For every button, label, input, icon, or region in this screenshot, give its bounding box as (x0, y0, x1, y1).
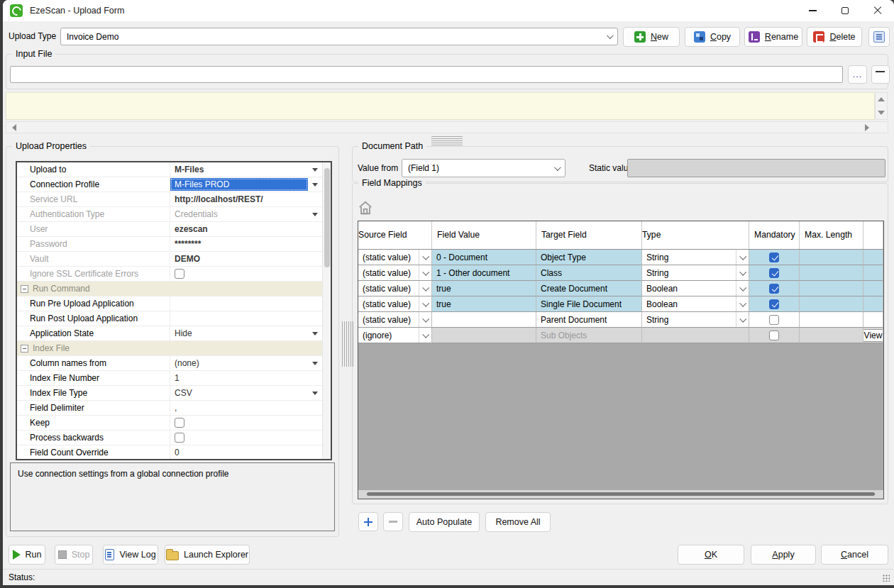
property-row[interactable]: Column names from(none) (17, 356, 322, 371)
view-log-button[interactable]: View Log (103, 545, 158, 565)
checkbox-unchecked-icon[interactable] (175, 269, 184, 279)
dropdown-arrow-icon[interactable] (308, 326, 322, 340)
auto-populate-button[interactable]: Auto Populate (409, 512, 480, 532)
column-header[interactable]: Target Field (536, 221, 642, 249)
close-button[interactable] (861, 0, 894, 21)
property-row[interactable]: Process backwards (17, 431, 322, 445)
field-value-cell[interactable]: 0 - Document (436, 253, 487, 262)
maximize-button[interactable] (829, 0, 861, 21)
property-row[interactable]: Upload toM-Files (17, 162, 322, 177)
property-row[interactable]: Connection ProfileM-Files PROD (17, 177, 322, 192)
property-value[interactable] (170, 267, 322, 281)
scrollbar-thumb[interactable] (367, 492, 875, 496)
cancel-button[interactable]: Cancel (821, 545, 888, 565)
property-value[interactable]: ezescan (170, 222, 322, 236)
value-from-select[interactable]: (Field 1) (402, 159, 565, 177)
dropdown-arrow-icon[interactable] (308, 356, 322, 370)
property-value[interactable] (170, 416, 322, 430)
source-field-select[interactable]: (static value) (358, 296, 431, 311)
launch-explorer-button[interactable]: Launch Explorer (165, 545, 250, 565)
mapping-row[interactable]: (static value)trueCreate DocumentBoolean (358, 281, 883, 296)
property-row[interactable]: Field Count Override0 (17, 445, 322, 460)
notes-button[interactable] (868, 27, 890, 47)
property-value[interactable]: M-Files (170, 162, 308, 177)
checkbox-unchecked-icon[interactable] (175, 418, 184, 428)
checkbox-unchecked-icon[interactable] (175, 433, 184, 443)
view-button[interactable]: View (863, 329, 883, 342)
property-value[interactable]: Hide (170, 326, 308, 340)
remove-all-button[interactable]: Remove All (485, 512, 551, 532)
dropdown-arrow-icon[interactable] (308, 207, 322, 221)
scrollbar-thumb[interactable] (324, 168, 330, 267)
property-value[interactable]: DEMO (170, 252, 322, 266)
mapping-row[interactable]: (static value)0 - DocumentObject TypeStr… (358, 250, 883, 265)
mandatory-checkbox-unchecked[interactable] (769, 331, 779, 340)
property-value[interactable]: 1 (170, 371, 322, 385)
upload-type-select[interactable]: Invoice Demo (60, 28, 618, 45)
mapping-row[interactable]: (static value)Parent DocumentString (358, 312, 883, 328)
browse-button[interactable]: ... (848, 65, 867, 84)
property-value[interactable]: (none) (170, 356, 308, 370)
property-row[interactable]: Keep (17, 416, 322, 431)
type-select[interactable]: String (642, 250, 749, 265)
filter-button[interactable] (871, 65, 890, 84)
property-row[interactable]: Index File Number1 (17, 371, 322, 386)
property-row[interactable]: Ignore SSL Certificate Errors (17, 267, 322, 282)
column-header[interactable]: Type (642, 221, 749, 249)
horizontal-splitter[interactable] (431, 136, 463, 145)
property-value[interactable]: 0 (170, 445, 322, 460)
property-value[interactable] (170, 311, 322, 326)
mandatory-checkbox-checked[interactable] (769, 253, 779, 262)
property-value[interactable] (170, 296, 322, 311)
field-value-cell[interactable]: true (436, 299, 451, 309)
column-header[interactable]: Field Value (432, 221, 536, 249)
source-field-select[interactable]: (static value) (358, 312, 431, 327)
property-value[interactable]: CSV (170, 386, 308, 400)
property-row[interactable]: Index File TypeCSV (17, 386, 322, 401)
rename-button[interactable]: Rename (744, 27, 802, 47)
source-field-select[interactable]: (static value) (358, 250, 431, 265)
property-row[interactable]: Run Pre Upload Application (17, 296, 322, 311)
dropdown-arrow-icon[interactable] (308, 386, 322, 400)
column-header[interactable] (863, 221, 883, 249)
remove-mapping-button[interactable] (383, 512, 403, 531)
stop-button[interactable]: Stop (55, 545, 93, 565)
type-select[interactable]: String (642, 265, 749, 280)
property-value[interactable]: ******** (170, 237, 322, 251)
property-value[interactable]: http://localhost/REST/ (170, 192, 322, 206)
type-select[interactable]: Boolean (642, 281, 749, 296)
field-value-cell[interactable]: 1 - Other document (436, 268, 509, 278)
column-header[interactable]: Max. Length (800, 221, 863, 249)
add-mapping-button[interactable] (358, 512, 378, 531)
field-value-cell[interactable]: true (436, 284, 451, 294)
resize-grip[interactable] (883, 575, 890, 582)
property-row[interactable]: Service URLhttp://localhost/REST/ (17, 192, 322, 207)
type-select[interactable]: Boolean (642, 296, 749, 311)
apply-button[interactable]: Apply (751, 545, 816, 565)
property-value[interactable]: M-Files PROD (170, 177, 308, 192)
column-header[interactable]: Source Field (358, 221, 432, 249)
run-button[interactable]: Run (9, 545, 45, 565)
property-value[interactable] (170, 431, 322, 445)
scroll-left-icon[interactable] (12, 124, 16, 131)
type-select[interactable]: String (642, 312, 749, 327)
minimize-button[interactable] (796, 0, 829, 21)
scroll-down-icon[interactable] (878, 111, 885, 115)
collapse-icon[interactable] (21, 285, 28, 293)
dropdown-arrow-icon[interactable] (308, 162, 322, 177)
delete-button[interactable]: Delete (807, 27, 862, 47)
property-category-row[interactable]: Run Command (17, 282, 322, 296)
mapping-row[interactable]: (static value)1 - Other documentClassStr… (358, 265, 883, 281)
property-value[interactable]: Credentials (170, 207, 308, 221)
property-category-row[interactable]: Index File (17, 341, 322, 356)
property-row[interactable]: Application StateHide (17, 326, 322, 341)
property-row[interactable]: Field Delimiter, (17, 401, 322, 416)
mapping-row[interactable]: (ignore)Sub ObjectsView (358, 328, 883, 343)
property-row[interactable]: Run Post Upload Application (17, 311, 322, 326)
property-row[interactable]: Password******** (17, 237, 322, 252)
mandatory-checkbox-checked[interactable] (769, 268, 779, 278)
column-header[interactable]: Mandatory (749, 221, 800, 249)
new-button[interactable]: New (623, 27, 680, 47)
mapping-row[interactable]: (static value)trueSingle File DocumentBo… (358, 296, 883, 312)
message-hscrollbar[interactable] (6, 121, 888, 133)
